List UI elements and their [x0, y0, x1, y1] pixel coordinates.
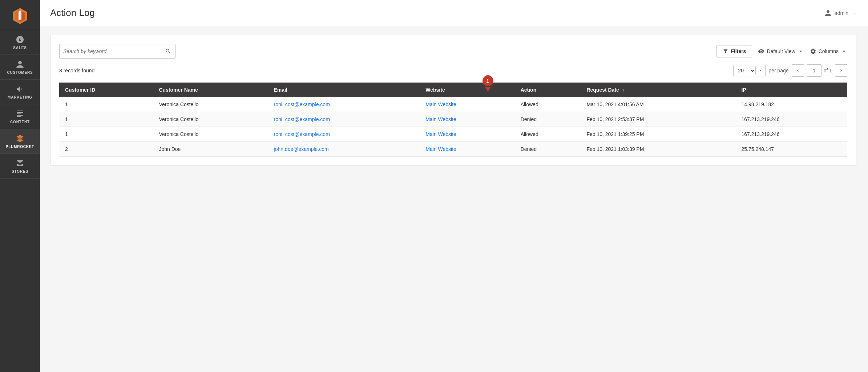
page-input[interactable] [807, 64, 821, 77]
cell-ip: 14.98.219.182 [735, 97, 847, 112]
cell-customer-name: Veronica Costello [153, 97, 268, 112]
filters-button[interactable]: Filters [716, 45, 752, 57]
records-count: 8 records found [59, 68, 94, 73]
eye-icon [758, 48, 764, 55]
table-body: 1 Veronica Costello roni_cost@example.co… [59, 97, 847, 157]
dollar-icon [16, 35, 24, 44]
filter-icon [723, 48, 728, 54]
cell-website[interactable]: Main Website [420, 97, 514, 112]
cell-action: Denied [515, 142, 581, 157]
gear-icon [810, 48, 816, 55]
cell-customer-id: 1 [59, 127, 153, 142]
sidebar-logo [0, 0, 40, 30]
indicator-arrow [485, 87, 491, 92]
sidebar-item-plumrocket-label: PLUMROCKET [6, 145, 35, 149]
view-dropdown[interactable]: Default View [758, 48, 804, 55]
indicator-badge: 1 [483, 75, 493, 86]
sidebar-item-sales[interactable]: SALES [0, 30, 40, 55]
cell-email[interactable]: john.doe@example.com [268, 142, 420, 157]
cell-website[interactable]: Main Website [420, 142, 514, 157]
svg-rect-4 [20, 12, 21, 20]
stores-icon [16, 159, 24, 168]
cell-request-date: Feb 10, 2021 2:53:37 PM [581, 112, 735, 127]
toolbar-right: Filters Default View [716, 45, 847, 57]
sidebar-item-plumrocket[interactable]: PLUMROCKET [0, 129, 40, 154]
filters-label: Filters [731, 48, 746, 54]
view-label: Default View [767, 48, 795, 54]
search-input[interactable] [60, 48, 161, 54]
table-row: 1 Veronica Costello roni_cost@example.co… [59, 112, 847, 127]
cell-customer-name: John Doe [153, 142, 268, 157]
per-page-dropdown-btn[interactable] [755, 67, 765, 75]
cell-action: Allowed [515, 97, 581, 112]
cell-ip: 167.213.219.246 [735, 112, 847, 127]
sidebar-item-stores-label: STORES [12, 169, 28, 174]
view-chevron-icon [798, 48, 804, 55]
user-icon [824, 9, 832, 17]
toolbar: Filters Default View [59, 44, 847, 59]
cell-customer-name: Veronica Costello [153, 127, 268, 142]
sidebar-item-sales-label: SALES [13, 46, 27, 50]
user-menu[interactable]: admin [824, 9, 856, 17]
per-page-label: per page [768, 68, 788, 73]
per-page-select-wrap: 20 50 100 [733, 65, 766, 76]
columns-label: Columns [819, 48, 839, 54]
content-icon [16, 109, 24, 118]
cell-customer-id: 1 [59, 97, 153, 112]
search-icon [165, 48, 171, 55]
per-page-chevron-icon [759, 69, 762, 72]
sidebar-item-customers[interactable]: CUSTOMERS [0, 55, 40, 80]
table-container: 1 Customer ID Customer Name Email Websit… [59, 83, 847, 157]
table-row: 1 Veronica Costello roni_cost@example.co… [59, 127, 847, 142]
sort-asc-icon: ↑ [622, 87, 625, 93]
cell-customer-id: 2 [59, 142, 153, 157]
col-ip[interactable]: IP [735, 83, 847, 97]
sidebar-item-marketing[interactable]: MARKETING [0, 80, 40, 104]
cell-action: Allowed [515, 127, 581, 142]
col-action[interactable]: Action [515, 83, 581, 97]
sidebar-item-stores[interactable]: STORES [0, 154, 40, 179]
next-page-button[interactable] [835, 64, 847, 77]
col-customer-id[interactable]: Customer ID [59, 83, 153, 97]
magento-logo-icon [11, 7, 29, 24]
cell-email[interactable]: roni_cost@example.com [268, 112, 420, 127]
cell-email[interactable]: roni_cost@example.com [268, 127, 420, 142]
plumrocket-icon [16, 134, 24, 143]
col-customer-name[interactable]: Customer Name [153, 83, 268, 97]
sidebar-item-marketing-label: MARKETING [8, 95, 32, 100]
marketing-icon [16, 85, 24, 93]
sidebar: SALES CUSTOMERS MARKETING CONTENT PLUMRO… [0, 0, 40, 372]
svg-rect-3 [19, 12, 20, 20]
chevron-right-icon [839, 68, 843, 73]
sidebar-item-content[interactable]: CONTENT [0, 104, 40, 129]
cell-action: Denied [515, 112, 581, 127]
columns-chevron-icon [841, 48, 847, 55]
cell-customer-name: Veronica Costello [153, 112, 268, 127]
col-request-date[interactable]: Request Date ↑ [581, 83, 735, 97]
chevron-down-icon [852, 11, 856, 15]
page-of-label: of 1 [824, 68, 832, 73]
cell-customer-id: 1 [59, 112, 153, 127]
columns-dropdown[interactable]: Columns [810, 48, 847, 55]
sidebar-item-content-label: CONTENT [10, 120, 30, 124]
col-email[interactable]: Email [268, 83, 420, 97]
table-row: 2 John Doe john.doe@example.com Main Web… [59, 142, 847, 157]
cell-request-date: Mar 10, 2021 4:01:56 AM [581, 97, 735, 112]
prev-page-button[interactable] [792, 64, 804, 77]
cell-request-date: Feb 10, 2021 1:39:25 PM [581, 127, 735, 142]
chevron-left-icon [796, 68, 800, 73]
main-card: Filters Default View [50, 35, 856, 166]
sidebar-item-customers-label: CUSTOMERS [7, 71, 33, 75]
col-website[interactable]: Website [420, 83, 514, 97]
cell-ip: 25.75.248.147 [735, 142, 847, 157]
page-input-wrap: of 1 [807, 64, 832, 77]
table-header: Customer ID Customer Name Email Website … [59, 83, 847, 97]
search-button[interactable] [161, 48, 175, 55]
page-title: Action Log [50, 7, 95, 19]
user-label: admin [835, 10, 848, 16]
cell-website[interactable]: Main Website [420, 127, 514, 142]
cell-website[interactable]: Main Website [420, 112, 514, 127]
indicator-overlay: 1 [483, 75, 493, 92]
per-page-select[interactable]: 20 50 100 [734, 65, 755, 76]
cell-email[interactable]: roni_cost@example.com [268, 97, 420, 112]
